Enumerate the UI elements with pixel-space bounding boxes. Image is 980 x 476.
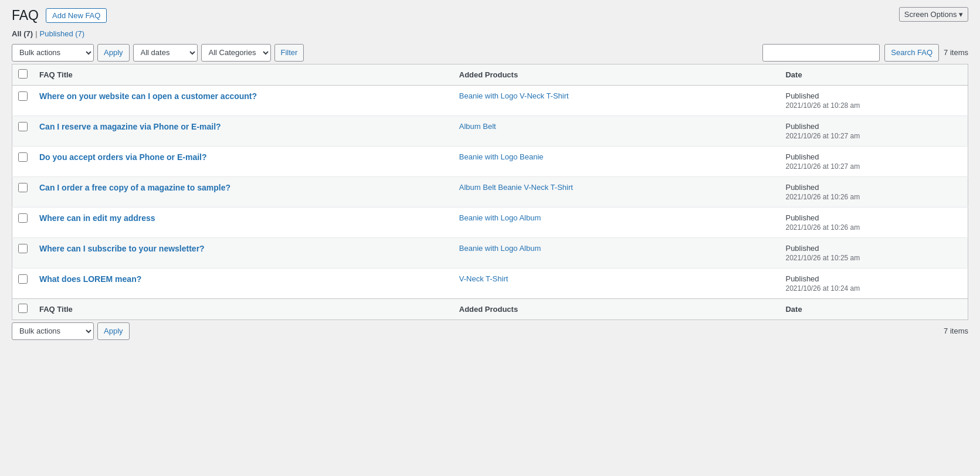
filter-button[interactable]: Filter <box>274 44 304 62</box>
select-all-checkbox[interactable] <box>18 69 28 79</box>
faq-table: FAQ Title Added Products Date Where on y… <box>12 64 968 320</box>
add-new-faq-button[interactable]: Add New FAQ <box>46 8 107 23</box>
row-checkbox-cell <box>12 146 34 176</box>
search-faq-input[interactable] <box>762 44 880 62</box>
date-cell: Published 2021/10/26 at 10:26 am <box>779 176 968 207</box>
faq-title-cell: Where can I subscribe to your newsletter… <box>33 237 453 268</box>
dates-filter-select[interactable]: All dates <box>133 44 198 62</box>
faq-title-link[interactable]: Do you accept orders via Phone or E-mail… <box>39 152 207 162</box>
select-all-header <box>12 64 34 85</box>
bulk-actions-select-top[interactable]: Bulk actions <box>12 44 94 62</box>
date-value: 2021/10/26 at 10:26 am <box>785 223 962 232</box>
subsubsub-nav: All (7) | Published (7) <box>12 29 968 38</box>
date-status: Published <box>785 183 819 192</box>
date-cell: Published 2021/10/26 at 10:25 am <box>779 237 968 268</box>
faq-title-column-header: FAQ Title <box>33 64 453 85</box>
product-link[interactable]: Beanie with Logo V-Neck T-Shirt <box>459 91 569 100</box>
products-cell: V-Neck T-Shirt <box>453 268 780 298</box>
date-status: Published <box>785 244 819 253</box>
table-row: Can I reserve a magazine via Phone or E-… <box>12 115 968 146</box>
top-bar-left: Bulk actions Apply All dates All Categor… <box>12 44 304 62</box>
all-filter-link[interactable]: All (7) <box>12 29 33 38</box>
faq-title-link[interactable]: What does LOREM mean? <box>39 274 141 284</box>
row-checkbox-cell <box>12 237 34 268</box>
date-cell: Published 2021/10/26 at 10:27 am <box>779 146 968 176</box>
products-cell: Album Belt <box>453 115 780 146</box>
row-checkbox[interactable] <box>18 183 28 192</box>
product-link[interactable]: V-Neck T-Shirt <box>459 274 508 283</box>
date-column-header: Date <box>779 64 968 85</box>
separator: | <box>35 29 37 38</box>
faq-title-link[interactable]: Can I reserve a magazine via Phone or E-… <box>39 122 221 131</box>
products-cell: Beanie with Logo Album <box>453 207 780 237</box>
date-status: Published <box>785 91 819 100</box>
select-all-footer <box>12 298 34 319</box>
apply-button-bottom[interactable]: Apply <box>97 322 130 340</box>
row-checkbox-cell <box>12 176 34 207</box>
table-row: What does LOREM mean? V-Neck T-Shirt Pub… <box>12 268 968 298</box>
faq-title-link[interactable]: Where can I subscribe to your newsletter… <box>39 244 205 253</box>
faq-title-cell: Can I order a free copy of a magazine to… <box>33 176 453 207</box>
date-value: 2021/10/26 at 10:25 am <box>785 254 962 262</box>
row-checkbox[interactable] <box>18 122 28 131</box>
product-link[interactable]: Beanie with Logo Album <box>459 213 541 222</box>
row-checkbox-cell <box>12 268 34 298</box>
screen-options-button[interactable]: Screen Options ▾ <box>899 7 968 22</box>
row-checkbox-cell <box>12 115 34 146</box>
date-cell: Published 2021/10/26 at 10:28 am <box>779 85 968 115</box>
bulk-actions-select-bottom[interactable]: Bulk actions <box>12 322 94 340</box>
faq-title-cell: Where on your website can I open a custo… <box>33 85 453 115</box>
faq-title-cell: Do you accept orders via Phone or E-mail… <box>33 146 453 176</box>
row-checkbox[interactable] <box>18 152 28 162</box>
product-link[interactable]: Album Belt Beanie V-Neck T-Shirt <box>459 183 573 192</box>
table-row: Where can in edit my address Beanie with… <box>12 207 968 237</box>
products-cell: Beanie with Logo Album <box>453 237 780 268</box>
bottom-bar: Bulk actions Apply 7 items <box>12 322 968 340</box>
date-status: Published <box>785 152 819 161</box>
added-products-column-footer: Added Products <box>453 298 780 319</box>
faq-title-column-footer: FAQ Title <box>33 298 453 319</box>
faq-title-link[interactable]: Where on your website can I open a custo… <box>39 91 257 101</box>
published-filter-link[interactable]: Published (7) <box>40 29 85 38</box>
apply-button-top[interactable]: Apply <box>97 44 130 62</box>
date-value: 2021/10/26 at 10:24 am <box>785 284 962 293</box>
date-cell: Published 2021/10/26 at 10:26 am <box>779 207 968 237</box>
search-faq-button[interactable]: Search FAQ <box>884 44 939 62</box>
faq-title-link[interactable]: Where can in edit my address <box>39 213 155 223</box>
table-row: Where on your website can I open a custo… <box>12 85 968 115</box>
date-value: 2021/10/26 at 10:28 am <box>785 101 962 110</box>
items-count-top: 7 items <box>944 48 968 57</box>
faq-title-cell: Can I reserve a magazine via Phone or E-… <box>33 115 453 146</box>
table-row: Can I order a free copy of a magazine to… <box>12 176 968 207</box>
items-count-bottom: 7 items <box>944 327 968 335</box>
product-link[interactable]: Album Belt <box>459 122 496 131</box>
select-all-checkbox-bottom[interactable] <box>18 304 28 313</box>
faq-title-cell: Where can in edit my address <box>33 207 453 237</box>
date-value: 2021/10/26 at 10:27 am <box>785 132 962 140</box>
row-checkbox-cell <box>12 85 34 115</box>
products-cell: Album Belt Beanie V-Neck T-Shirt <box>453 176 780 207</box>
bottom-bar-left: Bulk actions Apply <box>12 322 130 340</box>
date-status: Published <box>785 213 819 222</box>
row-checkbox[interactable] <box>18 91 28 101</box>
products-cell: Beanie with Logo Beanie <box>453 146 780 176</box>
row-checkbox-cell <box>12 207 34 237</box>
product-link[interactable]: Beanie with Logo Album <box>459 244 541 253</box>
row-checkbox[interactable] <box>18 244 28 253</box>
date-value: 2021/10/26 at 10:27 am <box>785 162 962 171</box>
table-row: Where can I subscribe to your newsletter… <box>12 237 968 268</box>
row-checkbox[interactable] <box>18 213 28 223</box>
top-bar-right: Search FAQ 7 items <box>762 44 968 62</box>
table-row: Do you accept orders via Phone or E-mail… <box>12 146 968 176</box>
date-cell: Published 2021/10/26 at 10:24 am <box>779 268 968 298</box>
date-cell: Published 2021/10/26 at 10:27 am <box>779 115 968 146</box>
faq-title-link[interactable]: Can I order a free copy of a magazine to… <box>39 183 230 192</box>
products-cell: Beanie with Logo V-Neck T-Shirt <box>453 85 780 115</box>
product-link[interactable]: Beanie with Logo Beanie <box>459 152 544 161</box>
row-checkbox[interactable] <box>18 274 28 284</box>
date-value: 2021/10/26 at 10:26 am <box>785 193 962 201</box>
date-status: Published <box>785 274 819 283</box>
faq-title-cell: What does LOREM mean? <box>33 268 453 298</box>
categories-filter-select[interactable]: All Categories <box>201 44 271 62</box>
date-status: Published <box>785 122 819 131</box>
